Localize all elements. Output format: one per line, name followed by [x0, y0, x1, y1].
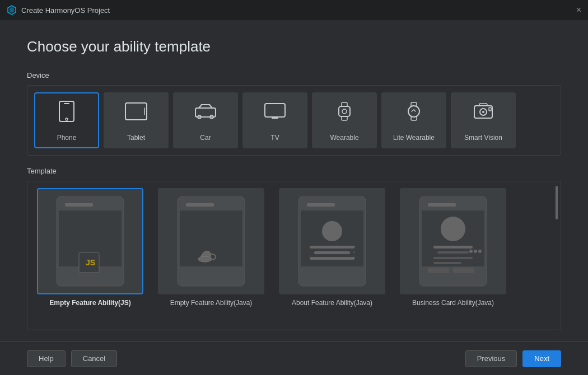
- device-label-tv: TV: [270, 134, 279, 142]
- svg-rect-28: [186, 203, 214, 207]
- footer-right: Previous Next: [465, 350, 561, 367]
- template-label-empty-js: Empty Feature Ability(JS): [49, 299, 131, 307]
- footer: Help Cancel Previous Next: [0, 341, 588, 375]
- svg-point-14: [342, 109, 347, 114]
- svg-line-17: [414, 110, 416, 111]
- car-icon: [194, 93, 217, 129]
- page-title: Choose your ability template: [27, 38, 561, 55]
- svg-rect-53: [453, 268, 474, 273]
- device-label-smart-vision: Smart Vision: [464, 134, 502, 142]
- svg-rect-42: [428, 203, 456, 207]
- template-item-about-java[interactable]: › › › About Feature Ability(Java): [276, 188, 388, 323]
- template-section-label: Template: [27, 167, 561, 175]
- harmonyos-logo-icon: [7, 5, 17, 15]
- template-label-business-card-java: Business Card Ability(Java): [412, 299, 494, 307]
- template-item-business-card-java[interactable]: Business Card Ability(Java): [397, 188, 509, 323]
- device-item-car[interactable]: Car: [173, 92, 238, 148]
- svg-rect-46: [437, 251, 469, 254]
- svg-rect-50: [433, 257, 473, 259]
- device-item-lite-wearable[interactable]: Lite Wearable: [381, 92, 446, 148]
- svg-marker-1: [10, 7, 14, 13]
- svg-point-20: [482, 111, 484, 113]
- scroll-thumb: [556, 186, 558, 219]
- template-section: Template JS Empt: [27, 167, 561, 330]
- device-label-tablet: Tablet: [127, 134, 145, 142]
- svg-text:›: ›: [353, 244, 355, 249]
- template-grid: JS Empty Feature Ability(JS): [27, 181, 561, 330]
- device-grid: Phone Tablet Car: [27, 85, 561, 156]
- device-section-label: Device: [27, 71, 561, 79]
- svg-point-44: [441, 217, 465, 241]
- svg-rect-10: [265, 104, 285, 117]
- svg-point-30: [198, 256, 212, 262]
- svg-rect-32: [307, 203, 335, 207]
- cancel-button[interactable]: Cancel: [71, 350, 117, 367]
- close-button[interactable]: ×: [576, 6, 581, 15]
- svg-rect-45: [433, 246, 473, 249]
- device-item-tablet[interactable]: Tablet: [104, 92, 169, 148]
- device-item-wearable[interactable]: Wearable: [312, 92, 377, 148]
- scroll-bar[interactable]: [555, 181, 558, 330]
- template-label-empty-java: Empty Feature Ability(Java): [170, 299, 253, 307]
- title-bar: Create HarmonyOS Project ×: [0, 0, 588, 20]
- svg-rect-5: [125, 103, 147, 120]
- title-bar-left: Create HarmonyOS Project: [7, 5, 110, 15]
- svg-rect-35: [310, 246, 354, 249]
- svg-rect-37: [310, 257, 354, 260]
- device-item-smart-vision[interactable]: Smart Vision: [451, 92, 516, 148]
- main-content: Choose your ability template Device Phon…: [0, 20, 588, 341]
- svg-rect-13: [339, 106, 350, 116]
- svg-text:JS: JS: [86, 258, 95, 267]
- svg-point-47: [469, 250, 473, 253]
- device-label-phone: Phone: [57, 134, 77, 142]
- device-label-wearable: Wearable: [330, 134, 358, 142]
- template-preview-business-card-java: [400, 188, 506, 294]
- device-label-lite-wearable: Lite Wearable: [393, 134, 435, 142]
- svg-point-34: [322, 221, 342, 241]
- svg-text:›: ›: [353, 255, 355, 260]
- tablet-icon: [125, 93, 147, 129]
- previous-button[interactable]: Previous: [465, 350, 517, 367]
- device-item-phone[interactable]: Phone: [34, 92, 99, 148]
- tv-icon: [264, 93, 286, 129]
- smart-vision-icon: [473, 93, 493, 129]
- device-item-tv[interactable]: TV: [242, 92, 307, 148]
- svg-point-48: [474, 250, 477, 253]
- lite-wearable-icon: [405, 93, 422, 129]
- svg-point-49: [478, 250, 482, 253]
- template-preview-about-java: › › ›: [279, 188, 385, 294]
- phone-icon: [58, 93, 75, 129]
- svg-text:›: ›: [353, 250, 355, 255]
- template-item-empty-java[interactable]: Empty Feature Ability(Java): [155, 188, 267, 323]
- svg-rect-36: [314, 251, 350, 254]
- svg-point-4: [66, 118, 68, 120]
- next-button[interactable]: Next: [522, 350, 561, 367]
- wearable-icon: [337, 93, 352, 129]
- svg-rect-51: [433, 262, 461, 264]
- window-title: Create HarmonyOS Project: [21, 6, 110, 15]
- svg-rect-21: [489, 107, 491, 111]
- svg-rect-52: [428, 268, 449, 273]
- footer-left: Help Cancel: [27, 350, 117, 367]
- template-preview-empty-js: JS: [37, 188, 143, 294]
- svg-rect-23: [65, 203, 93, 207]
- help-button[interactable]: Help: [27, 350, 66, 367]
- template-preview-empty-java: [158, 188, 264, 294]
- template-item-empty-js[interactable]: JS Empty Feature Ability(JS): [34, 188, 146, 323]
- device-label-car: Car: [200, 134, 211, 142]
- svg-point-15: [408, 106, 419, 117]
- template-label-about-java: About Feature Ability(Java): [292, 299, 372, 307]
